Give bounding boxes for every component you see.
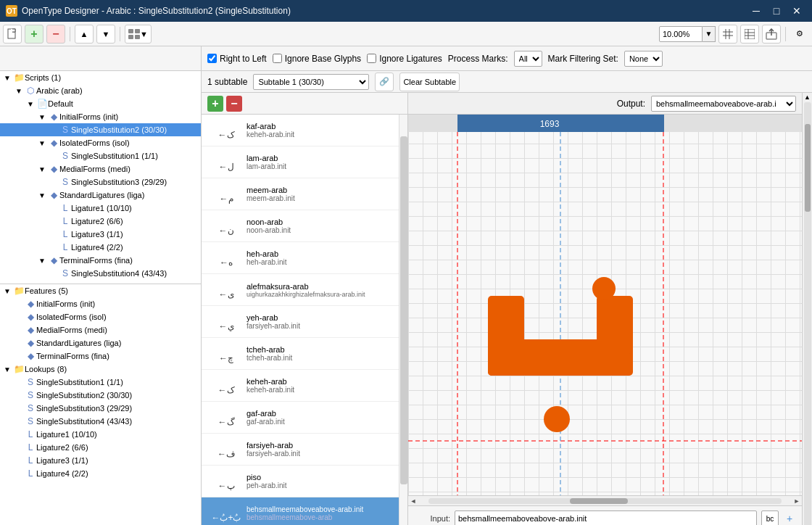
- glyph-row-tcheh[interactable]: ←چ tcheh-arab tcheh-arab.init: [202, 338, 399, 370]
- tree-f-isol[interactable]: ◆ IsolatedForms (isol): [0, 310, 201, 323]
- new-button[interactable]: [3, 25, 22, 44]
- glyph-row-gaf[interactable]: ←گ gaf-arab gaf-arab.init: [202, 402, 399, 434]
- mark-filtering-select[interactable]: None: [624, 51, 663, 67]
- h-scrollbar[interactable]: ◄ ►: [408, 495, 802, 505]
- glyph-row-lam[interactable]: ←ل lam-arab lam-arab.init: [202, 146, 399, 178]
- ignore-base-glyphs-checkbox[interactable]: [273, 54, 282, 63]
- tree-l-sub2[interactable]: S SingleSubstitution2 (30/30): [0, 389, 201, 402]
- toggle-medialforms[interactable]: ▼: [36, 165, 48, 173]
- close-button[interactable]: ✕: [787, 1, 806, 20]
- tree-lookups[interactable]: ▼ 📁 Lookups (8): [0, 363, 201, 376]
- clear-subtable-button[interactable]: Clear Subtable: [399, 73, 460, 91]
- right-to-left-checkbox[interactable]: [207, 54, 217, 63]
- move-down-button[interactable]: ▼: [96, 25, 115, 44]
- glyph-row-keheh[interactable]: ←ک keheh-arab keheh-arab.init: [202, 370, 399, 402]
- tree-lig1[interactable]: L Ligature1 (10/10): [0, 202, 201, 215]
- settings-button[interactable]: ⚙: [790, 25, 809, 44]
- glyph-row-meem[interactable]: ←م meem-arab meem-arab.init: [202, 178, 399, 210]
- tree-initialforms[interactable]: ▼ ◆ InitialForms (init): [0, 110, 201, 123]
- lig2-label: Ligature2 (6/6): [71, 217, 123, 226]
- tree-standardligatures[interactable]: ▼ ◆ StandardLigatures (liga): [0, 189, 201, 202]
- glyph-scroll[interactable]: ←ک kaf-arab keheh-arab.init: [202, 115, 399, 525]
- right-to-left-label[interactable]: Right to Left: [207, 54, 267, 64]
- process-marks-select[interactable]: All: [514, 51, 542, 67]
- output-select[interactable]: behsmallmeemaboveabove-arab.i: [651, 96, 796, 112]
- tree-terminalforms[interactable]: ▼ ◆ TerminalForms (fina): [0, 254, 201, 267]
- tree-isolatedforms[interactable]: ▼ ◆ IsolatedForms (isol): [0, 136, 201, 149]
- glyph-row-behsmall[interactable]: ←بُ+بُ behsmallmeemaboveabove-arab.init …: [202, 497, 399, 525]
- scroll-left-button[interactable]: ◄: [408, 496, 418, 506]
- toggle-features[interactable]: ▼: [1, 287, 13, 295]
- toggle-terminalforms[interactable]: ▼: [36, 257, 48, 265]
- tree-singlesub4[interactable]: S SingleSubstitution4 (43/43): [0, 267, 201, 280]
- glyph-row-noon[interactable]: ←ن noon-arab noon-arab.init: [202, 210, 399, 242]
- toggle-default[interactable]: ▼: [25, 100, 36, 108]
- ignore-base-glyphs-label[interactable]: Ignore Base Glyphs: [273, 54, 361, 64]
- tree-l-sub1[interactable]: S SingleSubstitution1 (1/1): [0, 376, 201, 389]
- glyph-row-farsiyeh[interactable]: ←ف farsiyeh-arab farsiyeh-arab.init: [202, 434, 399, 466]
- input-field[interactable]: [455, 510, 757, 525]
- toggle-arabic[interactable]: ▼: [13, 87, 25, 95]
- tree-singlesub2[interactable]: S SingleSubstitution2 (30/30): [0, 123, 201, 136]
- glyph-list-scrollbar[interactable]: [399, 115, 407, 525]
- toggle-initialforms[interactable]: ▼: [36, 113, 48, 121]
- link-subtable-button[interactable]: 🔗: [375, 73, 394, 91]
- tree-singlesub3[interactable]: S SingleSubstitution3 (29/29): [0, 175, 201, 189]
- remove-button[interactable]: −: [46, 25, 65, 44]
- canvas-area[interactable]: 1693 657: [408, 115, 802, 495]
- export-button[interactable]: [762, 25, 781, 44]
- move-up-button[interactable]: ▲: [75, 25, 94, 44]
- glyph-name2-farsiyeh: farsiyeh-arab.init: [246, 450, 394, 458]
- remove-glyph-button[interactable]: −: [226, 96, 242, 112]
- subtable-select[interactable]: Subtable 1 (30/30): [253, 74, 369, 90]
- tree-l-lig2[interactable]: L Ligature2 (6/6): [0, 441, 201, 454]
- app-icon: OT: [6, 5, 17, 17]
- tree-f-init[interactable]: ◆ InitialForms (init): [0, 297, 201, 310]
- ignore-ligatures-label[interactable]: Ignore Ligatures: [367, 54, 442, 64]
- add-glyph-button[interactable]: +: [207, 96, 223, 112]
- grid-button[interactable]: [718, 25, 737, 44]
- zoom-input[interactable]: [659, 26, 703, 42]
- tree-l-lig1[interactable]: L Ligature1 (10/10): [0, 428, 201, 441]
- tree-singlesub1[interactable]: S SingleSubstitution1 (1/1): [0, 149, 201, 162]
- toggle-lookups[interactable]: ▼: [1, 365, 13, 373]
- tree-lig3[interactable]: L Ligature3 (1/1): [0, 228, 201, 241]
- input-glyph-btn[interactable]: bc: [761, 510, 779, 525]
- tree-l-sub4[interactable]: S SingleSubstitution4 (43/43): [0, 415, 201, 428]
- tree-scripts[interactable]: ▼ 📁 Scripts (1): [0, 71, 201, 84]
- ignore-ligatures-checkbox[interactable]: [367, 54, 376, 63]
- table-button[interactable]: [740, 25, 759, 44]
- tree-f-liga[interactable]: ◆ StandardLigatures (liga): [0, 336, 201, 350]
- scroll-right-button[interactable]: ►: [792, 496, 802, 506]
- view-button[interactable]: ▼: [125, 25, 152, 44]
- tree-features[interactable]: ▼ 📁 Features (5): [0, 284, 201, 297]
- maximize-button[interactable]: □: [767, 1, 786, 20]
- tree-f-medi[interactable]: ◆ MedialForms (medi): [0, 323, 201, 336]
- canvas-v-scrollbar[interactable]: ▲ ▼: [802, 93, 812, 525]
- glyph-row-kaf[interactable]: ←ک kaf-arab keheh-arab.init: [202, 115, 399, 146]
- tree-lig2[interactable]: L Ligature2 (6/6): [0, 215, 201, 228]
- tree-default[interactable]: ▼ 📄 Default: [0, 97, 201, 110]
- toggle-scripts[interactable]: ▼: [1, 74, 13, 82]
- add-button[interactable]: +: [25, 25, 44, 44]
- minimize-button[interactable]: ─: [747, 1, 766, 20]
- canvas-scroll-up[interactable]: ▲: [804, 94, 811, 101]
- subtable-bar: 1 subtable Subtable 1 (30/30) 🔗 Clear Su…: [202, 71, 812, 93]
- tree-l-lig4[interactable]: L Ligature4 (2/2): [0, 467, 201, 480]
- glyph-row-piso[interactable]: ←پ piso peh-arab.init: [202, 466, 399, 497]
- input-add-btn[interactable]: +: [783, 512, 796, 525]
- toggle-isolatedforms[interactable]: ▼: [36, 139, 48, 147]
- tree-f-fina[interactable]: ◆ TerminalForms (fina): [0, 350, 201, 363]
- zoom-dropdown-button[interactable]: ▼: [703, 26, 716, 42]
- tree-l-lig3[interactable]: L Ligature3 (1/1): [0, 454, 201, 467]
- tree-arabic[interactable]: ▼ ⬡ Arabic (arab): [0, 84, 201, 97]
- glyph-row-yeh[interactable]: ←ي yeh-arab farsiyeh-arab.init: [202, 306, 399, 338]
- tree-medialforms[interactable]: ▼ ◆ MedialForms (medi): [0, 162, 201, 175]
- glyph-row-heh[interactable]: ←ه heh-arab heh-arab.init: [202, 242, 399, 274]
- tree-l-sub3[interactable]: S SingleSubstitution3 (29/29): [0, 402, 201, 415]
- glyph-row-alefmaksura[interactable]: ←ى alefmaksura-arab uighurkazakhkirghiza…: [202, 274, 399, 306]
- glyph-preview-kaf: ←ک: [206, 116, 246, 145]
- toggle-stdlig[interactable]: ▼: [36, 191, 48, 199]
- tree-container[interactable]: ▼ 📁 Scripts (1) ▼ ⬡ Arabic (arab) ▼ 📄 De…: [0, 71, 201, 525]
- tree-lig4[interactable]: L Ligature4 (2/2): [0, 241, 201, 254]
